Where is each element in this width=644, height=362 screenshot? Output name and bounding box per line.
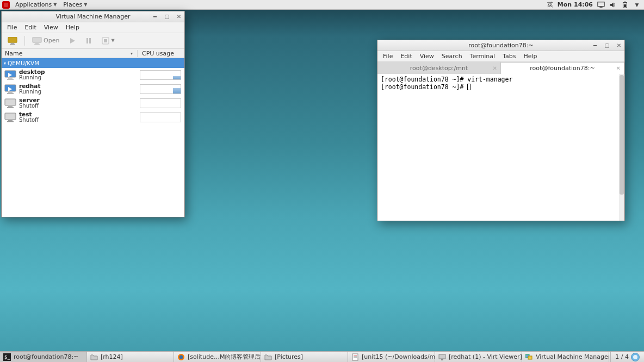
terminal-window[interactable]: root@foundation78:~ ━ ▢ ✕ File Edit View… [377,40,625,221]
taskbar-item[interactable]: Virtual Machine Manager [522,352,609,362]
menu-tabs[interactable]: Tabs [499,52,519,61]
menu-help[interactable]: Help [521,52,541,61]
shutdown-button[interactable]: ▼ [99,35,117,46]
svg-rect-21 [5,99,16,105]
task-label: Virtual Machine Manager [536,353,609,360]
vmm-icon [525,353,533,361]
run-button[interactable] [66,36,78,46]
vm-icon [2,113,19,122]
vm-row[interactable]: testShutoff [2,110,184,124]
svg-rect-14 [104,39,107,42]
close-button[interactable]: ✕ [616,42,622,49]
menu-view[interactable]: View [41,23,61,32]
svg-text:$_: $_ [4,354,10,360]
col-name[interactable]: Name ▾ [2,50,138,57]
expand-arrow-icon: ▾ [4,61,6,66]
menu-edit[interactable]: Edit [397,52,415,61]
terminal-titlebar[interactable]: root@foundation78:~ ━ ▢ ✕ [377,40,624,51]
scrollbar-thumb[interactable] [620,75,624,195]
vm-row[interactable]: redhatRunning [2,82,184,96]
menu-terminal[interactable]: Terminal [467,52,499,61]
terminal-tab[interactable]: root@desktop:/mnt✕ [377,62,501,74]
close-icon[interactable]: ✕ [616,65,621,71]
svg-rect-12 [89,38,91,43]
places-label: Places [63,1,82,8]
svg-rect-5 [8,37,17,42]
taskbar-item[interactable]: [unit15 (~/Downloads/mk/rh124)… [348,352,435,362]
menu-file[interactable]: File [4,23,20,32]
workspace-switcher[interactable]: 1 / 4 [610,352,644,362]
vmm-window[interactable]: Virtual Machine Manager ━ ▢ ✕ File Edit … [1,11,185,217]
terminal-body[interactable]: [root@foundation78 ~]# virt-manager [roo… [377,74,624,221]
menu-search[interactable]: Search [438,52,466,61]
svg-rect-26 [7,121,14,122]
svg-rect-20 [7,93,14,94]
col-cpu-usage[interactable]: CPU usage [138,50,184,57]
vmm-columns: Name ▾ CPU usage [2,48,184,58]
svg-rect-1 [599,7,602,7]
clock[interactable]: Mon 14:06 [558,1,593,8]
task-label: [solitude…M的博客管理后台~51… [188,353,261,361]
cpu-sparkline [138,83,184,95]
terminal-tab[interactable]: root@foundation78:~✕ [501,62,624,74]
vmm-titlebar[interactable]: Virtual Machine Manager ━ ▢ ✕ [2,11,184,22]
connection-row[interactable]: ▾ QEMU/KVM [2,58,184,68]
terminal-title: root@foundation78:~ [377,42,624,49]
maximize-button[interactable]: ▢ [604,42,610,49]
new-vm-button[interactable] [5,35,20,47]
folder-icon [264,353,272,361]
folder-icon [90,353,98,361]
screen-icon [438,353,446,361]
maximize-button[interactable]: ▢ [164,14,170,20]
input-method-indicator[interactable]: 英 [547,1,553,9]
terminal-tabstrip: root@desktop:/mnt✕root@foundation78:~✕ [377,62,624,74]
svg-rect-0 [598,2,604,6]
vm-icon [2,84,19,94]
cursor [467,84,470,90]
activities-icon[interactable] [2,1,10,9]
task-label: [unit15 (~/Downloads/mk/rh124)… [362,353,435,360]
vm-icon [2,98,19,108]
vm-list[interactable]: desktopRunningredhatRunningserverShutoff… [2,68,184,217]
vm-row[interactable]: serverShutoff [2,96,184,110]
menu-view[interactable]: View [417,52,437,61]
vm-state: Running [19,75,138,81]
close-icon[interactable]: ✕ [493,65,497,71]
svg-rect-38 [528,356,532,359]
svg-point-30 [179,355,183,359]
taskbar-item[interactable]: $_root@foundation78:~ [0,352,87,362]
terminal-icon: $_ [3,353,11,361]
places-menu[interactable]: Places ▼ [60,0,90,9]
menu-help[interactable]: Help [63,23,83,32]
menu-edit[interactable]: Edit [21,23,39,32]
applications-menu[interactable]: Applications ▼ [12,0,60,9]
vm-state: Running [19,89,138,95]
svg-rect-31 [352,354,358,360]
close-button[interactable]: ✕ [176,14,182,20]
taskbar-item[interactable]: [solitude…M的博客管理后台~51… [174,352,261,362]
vm-row[interactable]: desktopRunning [2,68,184,82]
terminal-output: [root@foundation78 ~]# virt-manager [roo… [381,76,621,91]
svg-rect-23 [7,107,14,108]
scrollbar[interactable] [619,74,624,221]
taskbar-item[interactable]: [Pictures] [261,352,348,362]
battery-icon[interactable] [621,1,629,9]
taskbar-item[interactable]: [rh124] [87,352,174,362]
minimize-button[interactable]: ━ [152,14,158,20]
chevron-down-icon[interactable]: ▼ [633,1,641,9]
chevron-down-icon: ▼ [53,2,57,7]
svg-rect-22 [8,106,13,107]
tab-label: root@foundation78:~ [530,65,595,72]
minimize-button[interactable]: ━ [592,42,598,49]
tab-label: root@desktop:/mnt [410,65,468,72]
taskbar-item[interactable]: [redhat (1) - Virt Viewer] [435,352,522,362]
screen-icon[interactable] [597,1,605,9]
svg-rect-3 [624,1,626,2]
svg-rect-4 [624,4,626,7]
open-vm-button[interactable]: Open [29,35,62,47]
pause-button[interactable] [83,36,95,46]
volume-icon[interactable] [609,1,617,9]
vmm-toolbar: Open ▼ [2,33,184,48]
sort-indicator-icon: ▾ [131,51,133,56]
menu-file[interactable]: File [380,52,396,61]
